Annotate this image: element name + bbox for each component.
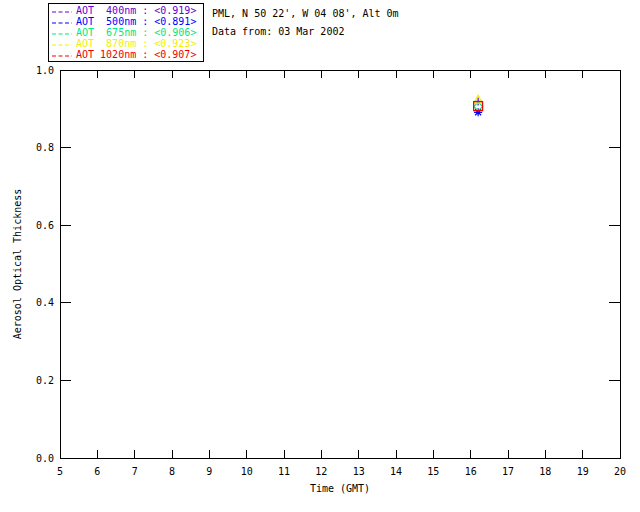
x-tick-label: 13 bbox=[353, 466, 365, 477]
legend-item-400nm: AOT 400nm : <0.919> bbox=[52, 5, 203, 16]
legend-item-500nm: AOT 500nm : <0.891> bbox=[52, 16, 203, 27]
y-tick-label: 0.8 bbox=[36, 142, 54, 153]
y-tick-label: 0.6 bbox=[36, 220, 54, 231]
x-tick-label: 17 bbox=[502, 466, 514, 477]
x-tick-label: 16 bbox=[465, 466, 477, 477]
legend-dash-line bbox=[52, 38, 72, 49]
legend-dash-line bbox=[52, 27, 72, 38]
plot-frame bbox=[60, 70, 620, 458]
x-tick-label: 19 bbox=[577, 466, 589, 477]
x-tick-label: 5 bbox=[57, 466, 63, 477]
legend-item-label: AOT 1020nm : <0.907> bbox=[76, 49, 196, 60]
aot-plot-page: AOT 400nm : <0.919>AOT 500nm : <0.891>AO… bbox=[0, 0, 640, 512]
x-tick-label: 12 bbox=[315, 466, 327, 477]
x-tick-label: 15 bbox=[427, 466, 439, 477]
x-tick-label: 9 bbox=[206, 466, 212, 477]
x-tick-label: 14 bbox=[390, 466, 402, 477]
legend-item-label: AOT 400nm : <0.919> bbox=[76, 5, 196, 16]
legend-item-1020nm: AOT 1020nm : <0.907> bbox=[52, 49, 203, 60]
date-annotation: Data from: 03 Mar 2002 bbox=[212, 26, 344, 37]
legend-dash-line bbox=[52, 5, 72, 16]
legend: AOT 400nm : <0.919>AOT 500nm : <0.891>AO… bbox=[48, 3, 204, 62]
legend-item-label: AOT 500nm : <0.891> bbox=[76, 16, 196, 27]
legend-item-870nm: AOT 870nm : <0.923> bbox=[52, 38, 203, 49]
marker-500nm-asterisk bbox=[474, 108, 482, 116]
legend-dash-line bbox=[52, 16, 72, 27]
legend-item-label: AOT 675nm : <0.906> bbox=[76, 27, 196, 38]
legend-item-675nm: AOT 675nm : <0.906> bbox=[52, 27, 203, 38]
y-tick-label: 0.4 bbox=[36, 297, 54, 308]
y-tick-label: 0.0 bbox=[36, 453, 54, 464]
x-axis-title: Time (GMT) bbox=[310, 483, 370, 494]
x-tick-label: 7 bbox=[132, 466, 138, 477]
x-tick-label: 20 bbox=[614, 466, 626, 477]
x-tick-label: 8 bbox=[169, 466, 175, 477]
legend-item-label: AOT 870nm : <0.923> bbox=[76, 38, 196, 49]
x-tick-label: 6 bbox=[94, 466, 100, 477]
y-tick-label: 0.2 bbox=[36, 375, 54, 386]
chart-canvas: PML, N 50 22', W 04 08', Alt 0m Data fro… bbox=[0, 0, 640, 512]
y-axis-title: Aerosol Optical Thickness bbox=[12, 189, 23, 340]
x-tick-label: 11 bbox=[278, 466, 290, 477]
y-tick-label: 1.0 bbox=[36, 65, 54, 76]
site-annotation: PML, N 50 22', W 04 08', Alt 0m bbox=[212, 8, 399, 19]
x-tick-label: 10 bbox=[241, 466, 253, 477]
legend-dash-line bbox=[52, 49, 72, 60]
marker-layer bbox=[474, 95, 483, 116]
axes-layer: 5678910111213141516171819200.00.20.40.60… bbox=[36, 65, 626, 478]
x-tick-label: 18 bbox=[539, 466, 551, 477]
